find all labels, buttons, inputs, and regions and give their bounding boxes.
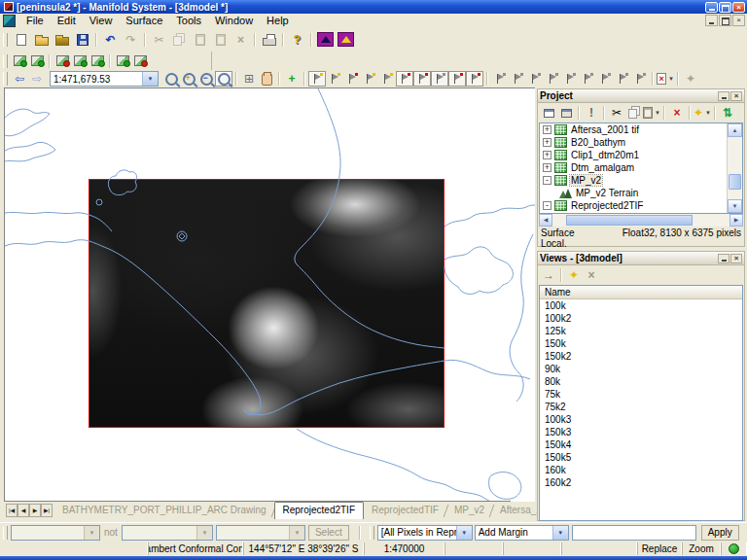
redo-button[interactable]: ↷ — [121, 30, 141, 49]
view-row-75k[interactable]: 75k — [540, 388, 742, 401]
expander-icon[interactable]: + — [543, 163, 551, 172]
zoom-extents-button[interactable]: ⊞ — [240, 71, 258, 87]
chevron-down-icon[interactable]: ▼ — [456, 526, 472, 540]
close-component-button[interactable] — [557, 105, 575, 121]
flag-tool-5-button[interactable] — [378, 71, 396, 87]
project-panel-title-bar[interactable]: Project × — [538, 89, 744, 103]
import-button[interactable] — [52, 30, 72, 49]
prev-tab-button[interactable]: ◀ — [18, 504, 29, 517]
document-icon[interactable] — [3, 15, 16, 27]
expander-icon[interactable]: - — [543, 201, 551, 210]
mdi-minimize-button[interactable] — [705, 15, 718, 26]
print-button[interactable] — [259, 30, 279, 49]
project-paste-button[interactable]: ▼ — [643, 105, 660, 121]
last-tab-button[interactable]: ▶| — [41, 504, 53, 517]
project-tree-vertical-scrollbar[interactable]: ▲ ▼ — [727, 123, 742, 213]
flag-tool-2-button[interactable] — [326, 71, 343, 87]
forward-button[interactable]: ⇨ — [28, 71, 46, 87]
surface-tool-3-button[interactable] — [53, 53, 71, 69]
help-button[interactable]: ? — [287, 30, 307, 49]
undo-button[interactable]: ↶ — [100, 30, 121, 49]
pan-button[interactable] — [258, 71, 275, 87]
zoom-tool-button[interactable] — [162, 71, 180, 87]
first-tab-button[interactable]: |◀ — [6, 504, 18, 517]
expander-icon[interactable]: + — [543, 151, 551, 159]
tree-item-reprojected2tif[interactable]: - Reprojected2TIF — [540, 199, 727, 212]
project-copy-button[interactable] — [625, 105, 643, 121]
mdi-close-button[interactable]: × — [732, 15, 745, 26]
flag-tool-6-button[interactable] — [396, 71, 413, 87]
next-tab-button[interactable]: ▶ — [29, 504, 41, 517]
chevron-down-icon[interactable]: ▼ — [655, 110, 660, 116]
view-row-100k2[interactable]: 100k2 — [540, 312, 742, 325]
views-column-header[interactable]: Name — [540, 286, 742, 299]
chevron-down-icon[interactable]: ▼ — [142, 72, 158, 86]
properties-button[interactable]: ! — [583, 105, 600, 121]
flag-tool-15-button[interactable] — [561, 71, 579, 87]
flag-tool-16-button[interactable] — [579, 71, 596, 87]
minimize-button[interactable] — [705, 2, 718, 13]
surface-tool-1-button[interactable] — [11, 53, 28, 69]
menu-surface[interactable]: Surface — [119, 15, 169, 26]
mdi-restore-button[interactable] — [719, 15, 731, 26]
flag-tool-3-button[interactable] — [343, 71, 361, 87]
tree-item-reprojected2tif-terrain[interactable]: Reprojected2TIF Terrain — [540, 212, 727, 213]
view-row-75k2[interactable]: 75k2 — [540, 401, 742, 413]
view-row-100k3[interactable]: 100k3 — [540, 413, 742, 426]
tree-item-mp-v2[interactable]: - MP_v2 — [540, 174, 727, 187]
project-cut-button[interactable]: ✂ — [608, 105, 625, 121]
zoom-out-button[interactable]: − — [197, 71, 215, 87]
flag-tool-17-button[interactable] — [596, 71, 614, 87]
chevron-down-icon[interactable]: ▼ — [705, 110, 711, 116]
menu-view[interactable]: View — [83, 15, 120, 26]
flag-tool-18-button[interactable] — [614, 71, 631, 87]
tab-mp-v2[interactable]: MP_v2 — [446, 502, 492, 519]
view-row-100k[interactable]: 100k — [540, 299, 742, 312]
back-button[interactable]: ⇦ — [11, 71, 28, 87]
restore-button[interactable] — [719, 2, 731, 13]
scroll-up-icon[interactable]: ▲ — [728, 123, 742, 137]
flag-tool-14-button[interactable] — [544, 71, 561, 87]
view-row-160k[interactable]: 160k — [540, 464, 742, 476]
scale-combo[interactable]: 1:471,679.53 ▼ — [50, 71, 159, 87]
views-panel-title-bar[interactable]: Views - [3dmodel] × — [538, 252, 744, 265]
project-delete-button[interactable]: × — [668, 105, 686, 121]
zoom-box-button[interactable] — [215, 71, 232, 87]
flag-tool-11-button[interactable] — [491, 71, 509, 87]
expander-icon[interactable]: - — [543, 176, 551, 185]
open-component-button[interactable] — [540, 105, 557, 121]
apply-button[interactable]: Apply — [701, 525, 739, 541]
surface-tool-6-button[interactable] — [114, 53, 131, 69]
zoom-in-button[interactable]: + — [180, 71, 197, 87]
view-row-150k2[interactable]: 150k2 — [540, 350, 742, 363]
tree-item-b20-bathym[interactable]: + B20_bathym — [540, 136, 727, 149]
operation-combo[interactable]: Add Margin ▼ — [475, 525, 569, 541]
tab-bathymetry-port-phillip[interactable]: BATHYMETRY_PORT_PHILLIP_ARC Drawing — [54, 502, 274, 519]
scroll-right-icon[interactable]: ▶ — [729, 214, 743, 227]
view-row-90k[interactable]: 90k — [540, 363, 742, 375]
flag-tool-4-button[interactable] — [361, 71, 378, 87]
flag-tool-9-button[interactable] — [448, 71, 466, 87]
expander-icon[interactable]: + — [543, 138, 551, 147]
flag-tool-1-button[interactable] — [308, 71, 326, 87]
views-close-button[interactable]: × — [730, 254, 742, 263]
surface-tool-2-button[interactable] — [28, 53, 46, 69]
cut-button[interactable]: ✂ — [149, 30, 169, 49]
menu-window[interactable]: Window — [208, 15, 260, 26]
view-row-125k[interactable]: 125k — [540, 325, 742, 337]
views-minimize-button[interactable] — [718, 254, 729, 263]
flag-tool-8-button[interactable] — [431, 71, 448, 87]
flag-tool-7-button[interactable] — [413, 71, 431, 87]
view-row-150k4[interactable]: 150k4 — [540, 438, 742, 451]
paste-button[interactable] — [190, 30, 210, 49]
tab-reprojected2tif[interactable]: Reprojected2TIF — [274, 502, 364, 519]
paste-special-button[interactable] — [210, 30, 231, 49]
project-close-button[interactable]: × — [730, 91, 742, 101]
new-document-button[interactable] — [11, 30, 31, 49]
view-row-150k5[interactable]: 150k5 — [540, 451, 742, 464]
flag-tool-19-button[interactable] — [631, 71, 649, 87]
scope-combo[interactable]: [All Pixels in Reprojected2 ▼ — [377, 525, 473, 541]
model-view-button[interactable] — [336, 30, 356, 49]
chevron-down-icon[interactable]: ▼ — [552, 526, 568, 540]
tab-reprojectedtif[interactable]: ReprojectedTIF — [364, 502, 446, 519]
